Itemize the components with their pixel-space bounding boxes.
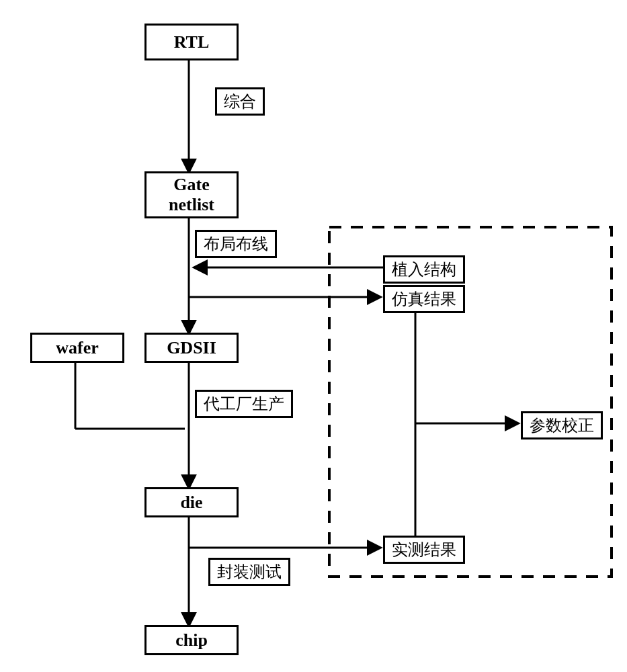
node-die: die bbox=[144, 487, 239, 517]
node-gdsii: GDSII bbox=[144, 333, 239, 363]
label-place-route: 布局布线 bbox=[195, 230, 277, 258]
label-param-calibration: 参数校正 bbox=[521, 411, 603, 439]
label-measured-result: 实测结果 bbox=[383, 536, 465, 564]
node-gate-netlist: Gate netlist bbox=[144, 171, 239, 218]
node-rtl: RTL bbox=[144, 24, 239, 60]
svg-rect-0 bbox=[329, 227, 612, 577]
label-package-test: 封装测试 bbox=[208, 558, 290, 586]
label-implant-structure: 植入结构 bbox=[383, 255, 465, 284]
node-wafer: wafer bbox=[30, 333, 124, 363]
node-chip: chip bbox=[144, 625, 239, 655]
label-sim-result: 仿真结果 bbox=[383, 285, 465, 313]
label-foundry: 代工厂生产 bbox=[195, 390, 293, 418]
label-synthesis: 综合 bbox=[215, 87, 265, 116]
